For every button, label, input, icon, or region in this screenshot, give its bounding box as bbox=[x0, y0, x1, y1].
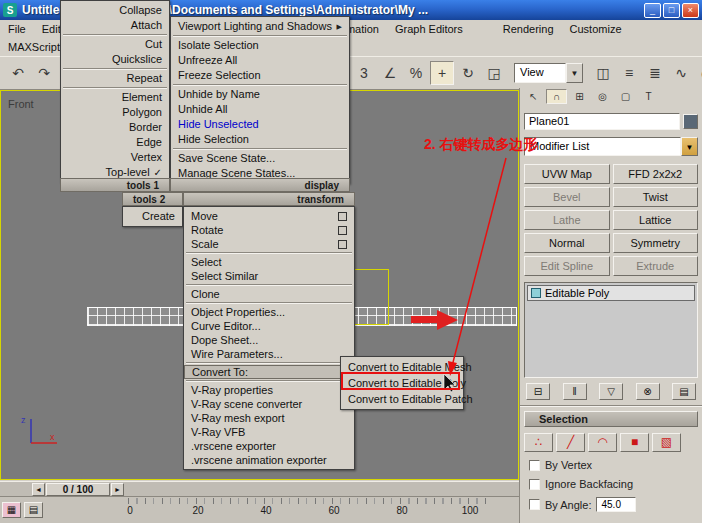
align-icon[interactable]: ≡ bbox=[617, 61, 641, 85]
remove-modifier-icon[interactable]: ⊗ bbox=[636, 383, 660, 400]
stack-entry-editable-poly[interactable]: Editable Poly bbox=[527, 285, 695, 301]
select-move-icon[interactable]: + bbox=[430, 61, 454, 85]
menubar-item-rendering[interactable]: Rendering bbox=[495, 20, 562, 38]
menu-item-freeze-selection[interactable]: Freeze Selection bbox=[171, 68, 349, 83]
modifier-button-uvw-map[interactable]: UVW Map bbox=[524, 164, 610, 184]
layer-manager-icon[interactable]: ≣ bbox=[643, 61, 667, 85]
menu-item-v-ray-properties[interactable]: V-Ray properties bbox=[184, 383, 354, 397]
menu-item-curve-editor[interactable]: Curve Editor... bbox=[184, 319, 354, 333]
menu-item-rotate[interactable]: Rotate bbox=[184, 223, 354, 237]
modifier-button-lathe[interactable]: Lathe bbox=[524, 210, 610, 230]
quad-header-transform[interactable]: transform bbox=[183, 192, 355, 206]
menu-item-vertex[interactable]: Vertex bbox=[61, 150, 169, 165]
modifier-button-twist[interactable]: Twist bbox=[613, 187, 699, 207]
menu-item-v-ray-scene-converter[interactable]: V-Ray scene converter bbox=[184, 397, 354, 411]
menu-item-v-ray-vfb[interactable]: V-Ray VFB bbox=[184, 425, 354, 439]
modifier-button-bevel[interactable]: Bevel bbox=[524, 187, 610, 207]
menu-item-element[interactable]: Element bbox=[61, 90, 169, 105]
edge-subobject-icon[interactable]: ╱ bbox=[556, 433, 585, 452]
maximize-button[interactable]: □ bbox=[663, 3, 680, 18]
menu-item-collapse[interactable]: Collapse bbox=[61, 3, 169, 18]
previous-frame-button[interactable]: ◄ bbox=[32, 483, 45, 496]
settings-box-icon[interactable] bbox=[338, 212, 347, 221]
close-button[interactable]: × bbox=[682, 3, 699, 18]
mini-listener-script-icon[interactable]: ▤ bbox=[24, 502, 43, 518]
configure-modifier-sets-icon[interactable]: ▤ bbox=[672, 383, 696, 400]
menubar-item-maxscript[interactable]: MAXScript bbox=[0, 38, 68, 56]
pin-stack-icon[interactable]: ⊟ bbox=[526, 383, 550, 400]
reference-coordinate-dropdown[interactable]: View ▼ bbox=[514, 63, 583, 83]
menubar-item-graph-editors[interactable]: Graph Editors bbox=[387, 20, 471, 38]
make-unique-icon[interactable]: ▽ bbox=[599, 383, 623, 400]
menu-item-hide-selection[interactable]: Hide Selection bbox=[171, 132, 349, 147]
dropdown-arrow-icon[interactable]: ▼ bbox=[681, 137, 698, 156]
menu-item-unfreeze-all[interactable]: Unfreeze All bbox=[171, 53, 349, 68]
modifier-button-extrude[interactable]: Extrude bbox=[613, 256, 699, 276]
next-frame-button[interactable]: ► bbox=[111, 483, 124, 496]
undo-icon[interactable]: ↶ bbox=[6, 61, 30, 85]
menu-item-repeat[interactable]: Repeat bbox=[61, 71, 169, 86]
mirror-icon[interactable]: ◫ bbox=[591, 61, 615, 85]
percent-snap-icon[interactable]: % bbox=[404, 61, 428, 85]
tab-motion[interactable]: ◎ bbox=[592, 89, 613, 104]
menu-item-select-similar[interactable]: Select Similar bbox=[184, 269, 354, 283]
viewport-label[interactable]: Front bbox=[8, 98, 34, 110]
vertex-subobject-icon[interactable]: ∴ bbox=[524, 433, 553, 452]
menu-item-polygon[interactable]: Polygon bbox=[61, 105, 169, 120]
ignore-backfacing-checkbox[interactable] bbox=[529, 479, 540, 490]
tab-hierarchy[interactable]: ⊞ bbox=[569, 89, 590, 104]
menu-item-border[interactable]: Border bbox=[61, 120, 169, 135]
track-bar[interactable]: 020406080100 bbox=[0, 496, 519, 523]
border-subobject-icon[interactable]: ◠ bbox=[588, 433, 617, 452]
menu-item-cut[interactable]: Cut bbox=[61, 37, 169, 52]
menu-item-unhide-by-name[interactable]: Unhide by Name bbox=[171, 87, 349, 102]
menu-item-scale[interactable]: Scale bbox=[184, 237, 354, 251]
curve-editor-icon[interactable]: ∿ bbox=[669, 61, 693, 85]
menu-item-dope-sheet[interactable]: Dope Sheet... bbox=[184, 333, 354, 347]
menu-item-object-properties[interactable]: Object Properties... bbox=[184, 305, 354, 319]
menu-item-convert-to-editable-mesh[interactable]: Convert to Editable Mesh bbox=[341, 359, 463, 375]
menu-item-move[interactable]: Move bbox=[184, 209, 354, 223]
by-vertex-checkbox[interactable] bbox=[529, 460, 540, 471]
angle-snap-icon[interactable]: ∠ bbox=[378, 61, 402, 85]
modifier-button-symmetry[interactable]: Symmetry bbox=[613, 233, 699, 253]
mini-listener-macro-icon[interactable]: ▦ bbox=[2, 502, 21, 518]
show-end-result-icon[interactable]: ‖ bbox=[563, 383, 587, 400]
select-rotate-icon[interactable]: ↻ bbox=[456, 61, 480, 85]
by-angle-value-field[interactable] bbox=[596, 497, 636, 512]
quad-header-display[interactable]: display bbox=[170, 178, 350, 192]
menu-item-attach[interactable]: Attach bbox=[61, 18, 169, 33]
tab-create[interactable]: ↖ bbox=[523, 89, 544, 104]
by-angle-checkbox[interactable] bbox=[529, 499, 540, 510]
modifier-button-ffd-2x2x2[interactable]: FFD 2x2x2 bbox=[613, 164, 699, 184]
quad-header-tools2[interactable]: tools 2 bbox=[122, 192, 183, 206]
tab-display[interactable]: ▢ bbox=[615, 89, 636, 104]
modifier-list-dropdown[interactable]: Modifier List ▼ bbox=[524, 137, 698, 156]
polygon-subobject-icon[interactable]: ■ bbox=[620, 433, 649, 452]
modifier-button-edit-spline[interactable]: Edit Spline bbox=[524, 256, 610, 276]
menu-item-save-scene-state[interactable]: Save Scene State... bbox=[171, 151, 349, 166]
time-slider[interactable]: ◄ 0 / 100 ► bbox=[0, 481, 519, 496]
dropdown-arrow-icon[interactable]: ▼ bbox=[566, 63, 583, 83]
material-editor-icon[interactable]: ◉ bbox=[695, 61, 702, 85]
element-subobject-icon[interactable]: ▧ bbox=[652, 433, 681, 452]
menu-item-isolate-selection[interactable]: Isolate Selection bbox=[171, 38, 349, 53]
menu-item-v-ray-mesh-export[interactable]: V-Ray mesh export bbox=[184, 411, 354, 425]
menu-item-convert-to[interactable]: Convert To:▶ bbox=[184, 365, 354, 379]
snap-toggle-icon[interactable]: 3 bbox=[352, 61, 376, 85]
menu-item-vrscene-animation-exporter[interactable]: .vrscene animation exporter bbox=[184, 453, 354, 467]
modifier-button-lattice[interactable]: Lattice bbox=[613, 210, 699, 230]
menu-item-create[interactable]: Create bbox=[123, 209, 182, 224]
modifier-button-normal[interactable]: Normal bbox=[524, 233, 610, 253]
menu-item-quickslice[interactable]: Quickslice bbox=[61, 52, 169, 67]
menu-item-hide-unselected[interactable]: Hide Unselected bbox=[171, 117, 349, 132]
redo-icon[interactable]: ↷ bbox=[32, 61, 56, 85]
quad-header-tools1[interactable]: tools 1 bbox=[60, 178, 170, 192]
menu-item-unhide-all[interactable]: Unhide All bbox=[171, 102, 349, 117]
select-scale-icon[interactable]: ◲ bbox=[482, 61, 506, 85]
menu-item-clone[interactable]: Clone bbox=[184, 287, 354, 301]
menu-item-wire-parameters[interactable]: Wire Parameters... bbox=[184, 347, 354, 361]
settings-box-icon[interactable] bbox=[338, 240, 347, 249]
selection-rollout-header[interactable]: Selection bbox=[524, 411, 698, 427]
menubar-item-customize[interactable]: Customize bbox=[562, 20, 630, 38]
